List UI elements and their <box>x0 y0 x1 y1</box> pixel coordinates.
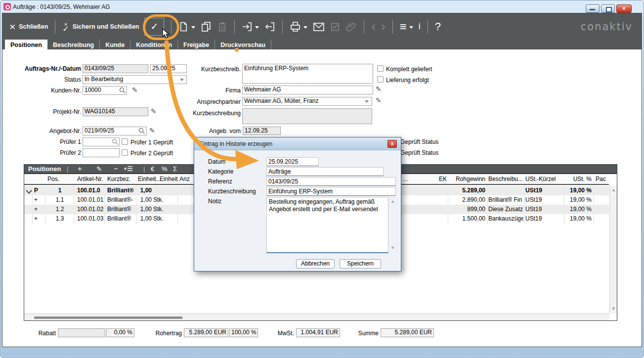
rabatt-field[interactable] <box>58 328 105 337</box>
komplett-geliefert-checkbox[interactable] <box>377 65 384 72</box>
col-rohgewinn[interactable]: Rohgewinn <box>447 176 485 182</box>
col-einheit-a[interactable]: Einheit... <box>138 176 161 182</box>
lieferung-erfolgt-checkbox[interactable] <box>377 76 384 83</box>
remove-position-icon[interactable]: − <box>114 164 118 173</box>
outdent-icon[interactable] <box>124 166 133 174</box>
tab-beschreibung[interactable]: Beschreibung <box>47 40 100 49</box>
restore-button[interactable] <box>601 4 615 13</box>
pruefer2-geprueft-checkbox[interactable] <box>122 149 128 156</box>
col-beschreibung[interactable]: Beschreibu... <box>488 176 523 182</box>
email-button[interactable] <box>313 21 325 32</box>
close-record-button[interactable]: × Schließen <box>9 21 48 32</box>
mouse-cursor <box>162 28 170 39</box>
menu-button[interactable]: ≡ <box>400 21 413 32</box>
projekt-nr-field[interactable]: WAG10145 <box>83 107 148 116</box>
kategorie-field[interactable]: Aufträge <box>266 167 384 176</box>
auftrag-label: Auftrags-Nr./-Datum <box>2 65 81 72</box>
angeb-vom-field[interactable]: 12.09.25 <box>243 127 281 135</box>
datum-label: Datum <box>208 158 225 165</box>
tab-positionen[interactable]: Positionen <box>5 40 47 49</box>
col-ek[interactable]: EK <box>422 176 447 182</box>
help-icon[interactable]: ? <box>435 21 441 32</box>
col-ust-kuerzel[interactable]: USt.-Kürzel <box>525 176 556 182</box>
scroll-up-icon[interactable]: ▲ <box>611 187 616 192</box>
sum-icon[interactable]: Σ <box>173 165 177 173</box>
edit-pencil-icon[interactable]: ✎ <box>132 86 138 94</box>
ansprechpartner-select[interactable]: Wehmaier AG, Müller, Franz <box>242 97 372 106</box>
col-ust-pct[interactable]: USt. % <box>563 176 592 182</box>
toolbar-separator <box>234 20 235 34</box>
new-document-icon <box>178 21 189 32</box>
search-icon[interactable] <box>112 138 119 147</box>
attachment-button <box>346 21 357 32</box>
auftrag-nr-field[interactable]: 0143/09/25 <box>83 64 148 73</box>
col-einheit[interactable]: Einheit <box>160 176 178 182</box>
pruefer1-geprueft-checkbox[interactable] <box>122 138 128 145</box>
toolbar-separator <box>55 20 55 34</box>
angebot-nr-field[interactable]: 0219/09/25 <box>83 127 147 135</box>
status-select[interactable]: In Bearbeitung <box>83 75 187 84</box>
horizontal-scrollbar[interactable] <box>24 313 609 320</box>
vertical-scrollbar[interactable]: ▲ ▼ <box>609 185 617 313</box>
rabatt-pct-field[interactable]: 0,00 % <box>106 328 134 337</box>
info-icon[interactable]: i <box>419 21 421 32</box>
col-pac[interactable]: Pac <box>596 176 609 182</box>
row-pos: 1.2 <box>46 206 74 213</box>
tab-druckvorschau[interactable]: Druckvorschau <box>215 40 271 49</box>
dialog-titlebar[interactable]: Eintrag in Historie erzeugen <box>194 137 401 150</box>
chevron-down-icon <box>255 26 259 31</box>
col-artikel-nr[interactable]: Artikel-Nr. <box>77 176 103 182</box>
datum-field[interactable]: 25.09.2025 <box>266 157 319 166</box>
row-artikel: 100.01.03 <box>77 215 104 222</box>
tab-freigabe[interactable]: Freigabe <box>178 40 215 49</box>
scrollbar-thumb[interactable] <box>34 316 182 319</box>
kurzbeschreib-field[interactable]: Einführung ERP-System <box>242 64 373 84</box>
kurzbeschreibung-field[interactable]: Einführung ERP-System <box>266 187 396 196</box>
notiz-field[interactable]: Bestellung eingegangen, Auftrag gemäß An… <box>266 197 388 253</box>
minimize-button[interactable] <box>586 4 600 13</box>
row-ust-pct: 19,00 % <box>563 206 592 213</box>
tab-kunde[interactable]: Kunde <box>100 40 130 49</box>
edit-pencil-icon[interactable]: ✎ <box>376 96 382 104</box>
search-icon[interactable] <box>138 128 145 136</box>
close-window-button[interactable]: × <box>616 4 632 13</box>
firma-label: Firma <box>181 87 241 94</box>
col-clipped[interactable]: ... <box>403 176 408 182</box>
col-anz[interactable]: Anz <box>179 176 193 182</box>
row-einheit: Stk. <box>153 215 164 222</box>
scroll-down-icon[interactable]: ▼ <box>390 245 395 250</box>
mwst-field: 1.004,91 EUR <box>296 328 340 337</box>
scroll-down-icon[interactable]: ▼ <box>611 306 616 311</box>
percent-icon[interactable]: % <box>162 165 168 173</box>
collapse-icon[interactable] <box>26 187 32 194</box>
delete-button[interactable] <box>217 21 227 32</box>
close-x-icon: × <box>9 21 15 32</box>
col-pos[interactable]: Pos. <box>47 176 59 182</box>
pruefer1-geprueft-label: Prüfer 1 Geprüft <box>130 139 190 146</box>
row-beschreibung: Brilliant® Fin <box>488 196 523 203</box>
scroll-up-icon[interactable]: ▲ <box>390 199 395 204</box>
edit-pencil-icon[interactable]: ✎ <box>151 107 157 115</box>
import-button[interactable] <box>242 21 259 32</box>
pruefer2-field[interactable] <box>83 148 120 157</box>
dialog-close-button[interactable]: x <box>387 140 397 148</box>
edit-position-icon[interactable]: ✎ <box>96 165 102 173</box>
abbrechen-button[interactable]: Abbrechen <box>296 259 335 268</box>
add-position-icon[interactable]: + <box>78 164 82 173</box>
search-icon[interactable] <box>119 87 126 95</box>
new-record-button[interactable] <box>178 21 195 32</box>
edit-pencil-icon[interactable]: ✎ <box>149 127 155 134</box>
print-button[interactable] <box>290 21 307 32</box>
edit-pencil-icon[interactable]: ✎ <box>376 85 382 93</box>
export-button[interactable] <box>264 21 275 32</box>
kurzbeschreibung2-field[interactable] <box>242 108 372 124</box>
save-and-close-button[interactable]: ×✓ Sichern und Schließen <box>62 22 139 32</box>
col-kurzbez[interactable]: Kurzbez. <box>107 176 130 182</box>
duplicate-button[interactable] <box>201 21 212 32</box>
firma-field[interactable]: Wehmaier AG <box>242 86 373 94</box>
currency-icon[interactable]: € <box>151 165 154 173</box>
tab-konditionen[interactable]: Konditionen <box>130 40 178 49</box>
check-square-icon <box>330 21 341 32</box>
speichern-button[interactable]: Speichern <box>340 259 381 268</box>
referenz-field[interactable]: 0143/09/25 <box>266 177 396 186</box>
